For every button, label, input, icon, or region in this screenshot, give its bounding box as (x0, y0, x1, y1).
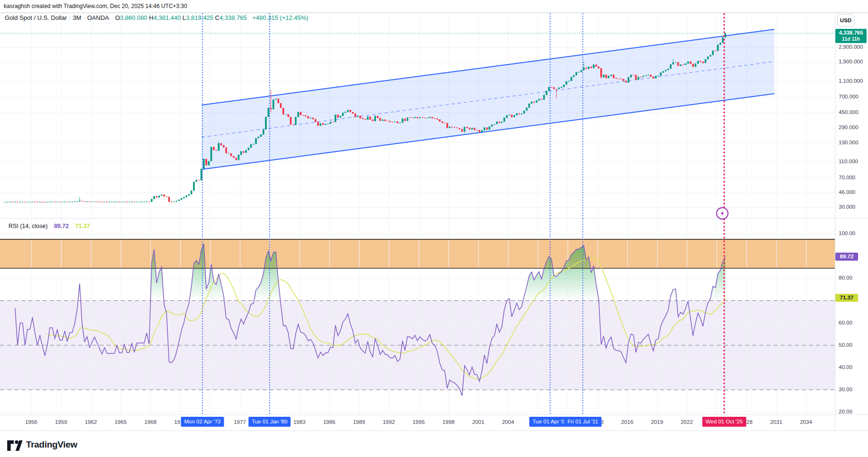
exchange-label[interactable]: OANDA (87, 14, 109, 21)
time-tick-label: 2001 (472, 419, 484, 425)
price-tick-label: 450.000 (839, 109, 859, 115)
time-tick-label: 1983 (293, 419, 306, 425)
time-tick-label: 1962 (85, 419, 97, 425)
price-tick-label: 700.000 (839, 94, 859, 99)
rsi-tick-label: 30.00 (839, 387, 852, 392)
time-tick-label: 1995 (412, 419, 425, 425)
time-tick-label: 2016 (621, 419, 633, 425)
open-value: 3,860.080 (120, 14, 148, 21)
parallel-channel-fill (202, 29, 774, 169)
rsi-value: 89.72 (54, 223, 69, 229)
time-tick-label: 1956 (25, 419, 37, 425)
event-date-badge: Tue 01 Jan '80 (248, 417, 290, 427)
rsi-tick-label: 40.00 (839, 364, 852, 370)
event-date-badge: Mon 02 Apr '73 (181, 417, 224, 427)
close-label: C (215, 14, 219, 21)
high-label: H (149, 14, 153, 21)
interval-label[interactable]: 3M (73, 14, 81, 21)
time-tick-label: 1977 (234, 419, 246, 425)
price-tick-label: 46.000 (839, 189, 855, 195)
rsi-tick-label: 50.00 (839, 342, 852, 348)
time-tick-label: 2022 (681, 419, 693, 425)
rsi-tick-label: 20.00 (839, 409, 852, 414)
rsi-ma-badge: 71.37 (835, 294, 858, 302)
chart-bottom-border (0, 431, 868, 431)
rsi-pane-canvas[interactable] (0, 219, 835, 414)
rsi-indicator-title[interactable]: RSI (14, close) (9, 223, 48, 229)
price-pane-canvas[interactable] (0, 13, 835, 218)
rsi-overbought-band (0, 239, 835, 268)
rsi-tick-label: 60.00 (839, 320, 852, 325)
event-date-badge: Fri 01 Jul '11 (564, 417, 602, 427)
time-tick-label: 1959 (55, 419, 67, 425)
symbol-title[interactable]: Gold Spot / U.S. Dollar (5, 14, 67, 21)
lightning-bolt-glyph (719, 210, 726, 217)
time-tick-label: 1968 (144, 419, 157, 425)
pane-separator[interactable] (0, 218, 868, 219)
currency-button[interactable]: USD (837, 14, 854, 26)
footer-branding[interactable]: TradingView (7, 438, 77, 452)
price-axis[interactable]: USD 20.0030.0040.0050.0060.0070.0080.001… (835, 0, 868, 431)
last-price-value: 4,338.765 (835, 30, 867, 35)
ohlc-values: O3,860.080 H4,381.440 L3,819.425 C4,338.… (115, 14, 246, 21)
change-value: +480.315 (+12.45%) (252, 14, 308, 21)
time-tick-label: 2019 (651, 419, 663, 425)
attribution-text: kasraghsh created with TradingView.com, … (4, 3, 187, 9)
legend-separator: · (81, 14, 87, 21)
rsi-tick-label: 80.00 (839, 275, 852, 281)
high-value: 4,381.440 (153, 14, 181, 21)
open-label: O (115, 14, 120, 21)
price-tick-label: 1,100.000 (839, 78, 863, 84)
close-value: 4,338.765 (219, 14, 247, 21)
price-tick-label: 2,900.000 (839, 44, 863, 50)
brand-wordmark: TradingView (26, 439, 77, 450)
time-tick-label: 1986 (323, 419, 335, 425)
last-price-badge: 4,338.765 11d 11h (835, 29, 867, 43)
price-tick-label: 110.000 (839, 158, 858, 164)
header-divider (0, 13, 868, 13)
time-tick-label: 1965 (114, 419, 127, 425)
low-value: 3,819.425 (186, 14, 213, 21)
price-tick-label: 190.000 (839, 140, 859, 145)
rsi-tick-label: 100.00 (839, 230, 855, 236)
time-tick-label: 2031 (770, 419, 782, 425)
time-tick-label: 2034 (800, 419, 812, 425)
rsi-pane-legend[interactable]: RSI (14, close) 89.72 71.37 (9, 222, 90, 230)
tradingview-chart-window: kasraghsh created with TradingView.com, … (0, 0, 868, 457)
time-axis-top-border (0, 414, 868, 415)
price-pane-legend[interactable]: Gold Spot / U.S. Dollar·3M·OANDA O3,860.… (5, 14, 308, 22)
time-tick-label: 1992 (383, 419, 395, 425)
time-tick-label: 1989 (353, 419, 365, 425)
low-label: L (183, 14, 186, 21)
time-tick-label: 2004 (502, 419, 514, 425)
price-tick-label: 30.000 (839, 204, 855, 210)
legend-separator: · (67, 14, 73, 21)
event-date-badge: Wed 01 Oct '25 (702, 417, 746, 427)
price-tick-label: 1,900.000 (839, 59, 863, 64)
price-tick-label: 70.000 (839, 175, 855, 180)
lightning-icon[interactable] (716, 207, 728, 220)
bar-countdown: 11d 11h (835, 36, 867, 42)
time-axis[interactable]: 1956195919621965196819711974197719801983… (0, 415, 868, 431)
tradingview-logo-icon (7, 439, 23, 451)
price-tick-label: 290.000 (839, 124, 859, 130)
time-tick-label: 1998 (442, 419, 455, 425)
price-axis-border (835, 13, 835, 431)
rsi-value-badge: 89.72 (835, 253, 858, 261)
attribution-bar: kasraghsh created with TradingView.com, … (0, 0, 868, 13)
rsi-ma-value: 71.37 (75, 223, 90, 229)
